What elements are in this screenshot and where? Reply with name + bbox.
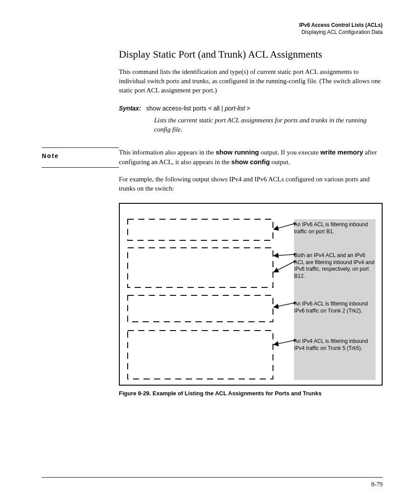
- section-heading: Display Static Port (and Trunk) ACL Assi…: [119, 49, 383, 60]
- running-header: IPv6 Access Control Lists (ACLs) Display…: [42, 22, 383, 36]
- syntax-block: Syntax: show access-list ports < all | p…: [119, 105, 383, 134]
- note-body: This information also appears in the sho…: [119, 147, 383, 167]
- callout-2: Both an IPv4 ACL and an IPv6 ACL are fil…: [294, 252, 376, 280]
- note-label: Note: [42, 147, 119, 167]
- figure-box: An IPv6 ACL is filtering inbound traffic…: [119, 203, 383, 386]
- svg-line-5: [274, 224, 295, 229]
- callout-1: An IPv6 ACL is filtering inbound traffic…: [294, 221, 376, 235]
- svg-rect-0: [128, 219, 273, 240]
- footer-rule: [42, 477, 383, 478]
- svg-line-9: [274, 340, 295, 345]
- svg-line-6: [274, 254, 295, 256]
- svg-line-7: [274, 261, 295, 272]
- callout-3: An IPv6 ACL is filtering inbound IPv6 tr…: [294, 301, 376, 314]
- syntax-command: show access-list ports < all | port-list…: [146, 105, 250, 112]
- svg-rect-1: [128, 248, 273, 287]
- section-subtitle: Displaying ACL Configuration Data: [42, 29, 383, 36]
- syntax-label: Syntax:: [119, 105, 141, 112]
- chapter-title: IPv6 Access Control Lists (ACLs): [42, 22, 383, 29]
- svg-rect-2: [128, 295, 273, 322]
- intro-paragraph: This command lists the identification an…: [119, 67, 383, 95]
- example-intro: For example, the following output shows …: [119, 175, 383, 193]
- callout-4: An IPv4 ACL is filtering inbound IPv4 tr…: [294, 338, 376, 352]
- syntax-description: Lists the current static port ACL assign…: [154, 116, 383, 134]
- figure-caption: Figure 8-29. Example of Listing the ACL …: [119, 390, 383, 397]
- note-block: Note This information also appears in th…: [42, 147, 383, 167]
- svg-rect-3: [128, 331, 273, 379]
- svg-line-8: [274, 303, 295, 307]
- page-number: 8-79: [371, 481, 383, 488]
